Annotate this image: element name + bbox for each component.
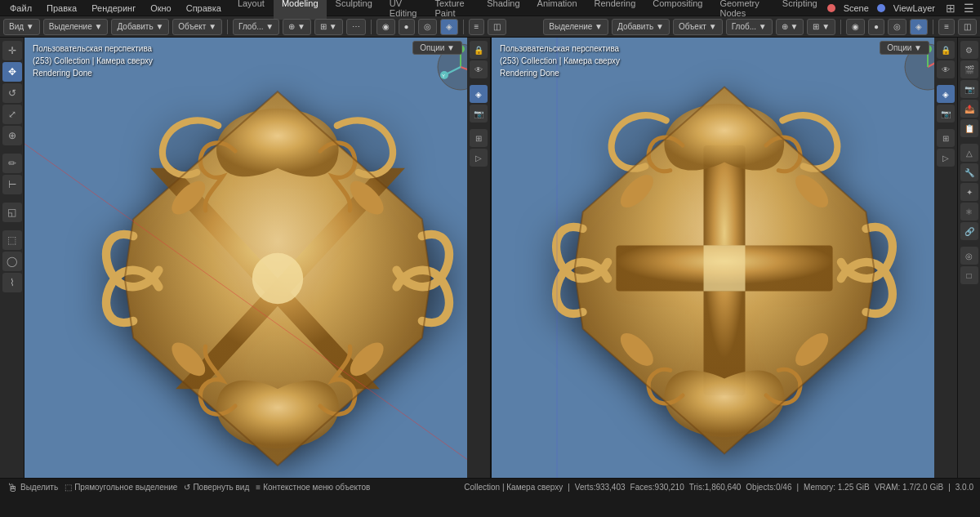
add-btn-r[interactable]: Добавить ▼	[612, 19, 670, 35]
tab-geometry-nodes[interactable]: Geometry Nodes	[711, 0, 773, 20]
selection-type-label: Прямоугольное выделение	[74, 483, 177, 492]
render-preview-r-btn[interactable]: ◈	[937, 85, 955, 103]
overlay-btn-r[interactable]: ≡	[938, 19, 955, 35]
region-overlap-btn[interactable]: ⊞	[470, 129, 488, 147]
add-menu-btn[interactable]: Добавить ▼	[111, 19, 169, 35]
sidebar-toggle-r-btn[interactable]: ▷	[937, 149, 955, 167]
scene-selector[interactable]: Scene	[839, 3, 874, 13]
sidebar-toggle-btn[interactable]: ▷	[470, 149, 488, 167]
viewport-left[interactable]: Пользовательская перспектива (253) Colle…	[24, 38, 492, 478]
particle-icon[interactable]: ✦	[960, 183, 978, 201]
menu-render[interactable]: Рендеринг	[85, 2, 142, 15]
overlay-btn[interactable]: ≡	[469, 19, 485, 35]
region-overlap-r-btn[interactable]: ⊞	[937, 129, 955, 147]
tab-sculpting[interactable]: Sculpting	[327, 0, 381, 20]
status-right-section: Collection | Камера сверху | Verts:933,4…	[464, 483, 973, 492]
vp-left-info1: Пользовательская перспектива	[33, 42, 153, 55]
tab-compositing[interactable]: Compositing	[644, 0, 710, 20]
lock-view-r-btn[interactable]: 🔒	[937, 41, 955, 59]
select-box-btn[interactable]: ⬚	[2, 230, 22, 250]
verts-info: Verts:933,403	[575, 483, 626, 492]
selection-type-status[interactable]: ⬚ Прямоугольное выделение	[65, 483, 177, 492]
tab-shading[interactable]: Shading	[479, 0, 528, 20]
vp-left-options-btn[interactable]: Опции ▼	[412, 41, 462, 55]
shading-material-btn[interactable]: ◎	[418, 19, 437, 35]
view-layer-selector[interactable]: ViewLayer	[889, 3, 940, 13]
camera-r-btn[interactable]: 📷	[937, 105, 955, 123]
tab-modeling[interactable]: Modeling	[274, 0, 327, 20]
shading-wire-r[interactable]: ◉	[846, 19, 865, 35]
select-status[interactable]: 🖱 Выделить	[7, 481, 58, 494]
transform-pivot-btn[interactable]: ⊕ ▼	[283, 19, 311, 35]
object-data-icon[interactable]: △	[960, 144, 978, 162]
active-tool-icon[interactable]: ⚙	[960, 41, 978, 59]
workspace-tabs: Layout Modeling Sculpting UV Editing Tex…	[229, 0, 826, 20]
annotate-btn[interactable]: ✏	[2, 154, 22, 173]
shading-mat-r[interactable]: ◎	[888, 19, 906, 35]
objects-info: Objects:0/46	[746, 483, 791, 492]
context-status[interactable]: ≡ Контекстное меню объектов	[256, 483, 370, 492]
viewport-right[interactable]: Пользовательская перспектива (253) Colle…	[492, 38, 957, 478]
object-menu-btn[interactable]: Объект ▼	[172, 19, 222, 35]
material-icon[interactable]: ◎	[960, 247, 978, 265]
lock-view-btn[interactable]: 🔒	[470, 41, 488, 59]
transform-tool-btn[interactable]: ⊕	[2, 126, 22, 145]
output-prop-icon[interactable]: 📤	[960, 100, 978, 118]
global-mode-btn[interactable]: Глоб... ▼	[233, 19, 279, 35]
vp-right-options-btn[interactable]: Опции ▼	[880, 41, 929, 55]
rotate-tool-btn[interactable]: ↺	[2, 83, 22, 103]
shading-wire-btn[interactable]: ◉	[376, 19, 395, 35]
measure-btn[interactable]: ⊢	[2, 175, 22, 194]
menu-window[interactable]: Окно	[144, 2, 178, 15]
modifier-icon[interactable]: 🔧	[960, 163, 978, 181]
select-menu-btn[interactable]: Выделение ▼	[43, 19, 109, 35]
constraint-icon[interactable]: 🔗	[960, 222, 978, 240]
visibility-btn[interactable]: 👁	[470, 60, 488, 78]
snap-btn-r[interactable]: ⊞ ▼	[807, 19, 835, 35]
rotate-icon: ↺	[184, 483, 190, 492]
vram-info: VRAM: 1.7/2.0 GiB	[875, 483, 943, 492]
proportional-btn[interactable]: ⋯	[346, 19, 366, 35]
screen-options-icon[interactable]: ☰	[961, 2, 977, 15]
status-bar: 🖱 Выделить ⬚ Прямоугольное выделение ↺ П…	[0, 478, 980, 496]
xray-btn[interactable]: ◫	[488, 19, 506, 35]
rotate-label: Повернуть вид	[193, 483, 249, 492]
tab-animation[interactable]: Animation	[529, 0, 586, 20]
status-dot-blue	[877, 4, 885, 12]
move-tool-btn[interactable]: ✥	[2, 62, 22, 82]
snap-btn[interactable]: ⊞ ▼	[314, 19, 343, 35]
menu-edit[interactable]: Правка	[40, 2, 83, 15]
menu-help[interactable]: Справка	[180, 2, 228, 15]
scale-tool-btn[interactable]: ⤢	[2, 105, 22, 124]
select-lasso-btn[interactable]: ⌇	[2, 273, 22, 292]
expand-icon[interactable]: ⊞	[943, 2, 958, 15]
add-object-btn[interactable]: ◱	[2, 203, 22, 222]
view-menu-btn[interactable]: Вид ▼	[3, 19, 40, 35]
shading-solid-r[interactable]: ●	[868, 19, 884, 35]
global-btn-r[interactable]: Глоб... ▼	[726, 19, 773, 35]
tab-scripting[interactable]: Scripting	[774, 0, 826, 20]
tab-rendering[interactable]: Rendering	[586, 0, 644, 20]
pivot-btn-r[interactable]: ⊕ ▼	[776, 19, 804, 35]
scene-prop-icon[interactable]: 🎬	[960, 60, 978, 78]
visibility-r-btn[interactable]: 👁	[937, 60, 955, 78]
tab-layout[interactable]: Layout	[229, 0, 273, 20]
view-layer-prop-icon[interactable]: 📋	[960, 119, 978, 137]
physics-icon[interactable]: ⚛	[960, 203, 978, 221]
render-preview-btn[interactable]: ◈	[470, 85, 488, 103]
select-circle-btn[interactable]: ◯	[2, 252, 22, 271]
shading-solid-btn[interactable]: ●	[399, 19, 415, 35]
rotate-status[interactable]: ↺ Повернуть вид	[184, 483, 249, 492]
xray-btn-r[interactable]: ◫	[958, 19, 977, 35]
shading-render-r[interactable]: ◈	[910, 19, 928, 35]
shading-render-btn[interactable]: ◈	[440, 19, 458, 35]
render-prop-icon[interactable]: 📷	[960, 80, 978, 98]
menu-file[interactable]: Файл	[3, 2, 38, 15]
object-prop-icon[interactable]: □	[960, 266, 978, 284]
camera-btn[interactable]: 📷	[470, 105, 488, 123]
cursor-tool-btn[interactable]: ✛	[2, 41, 22, 60]
object-btn-r[interactable]: Объект ▼	[673, 19, 723, 35]
tab-texture-paint[interactable]: Texture Paint	[426, 0, 478, 20]
view-menu-btn-r[interactable]: Выделение ▼	[543, 19, 608, 35]
tab-uv-editing[interactable]: UV Editing	[381, 0, 426, 20]
